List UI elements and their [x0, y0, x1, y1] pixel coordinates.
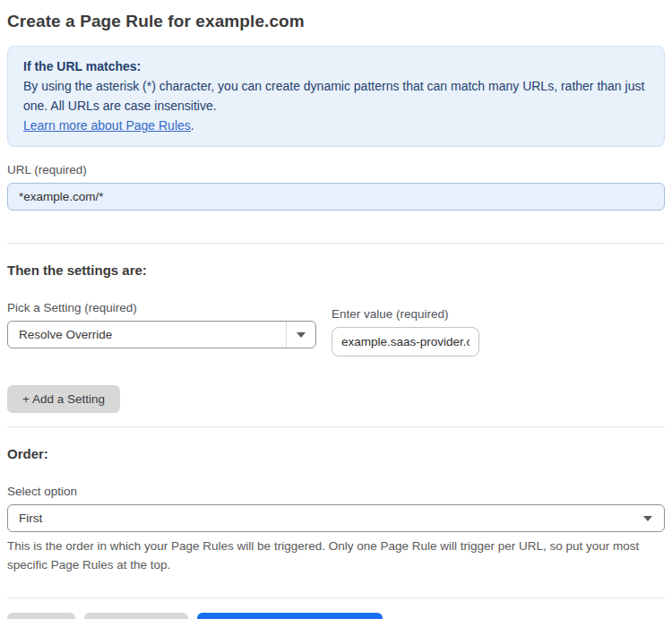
setting-picker-arrow-section[interactable]	[286, 322, 315, 348]
add-setting-button[interactable]: + Add a Setting	[7, 385, 120, 413]
divider	[7, 426, 665, 427]
setting-value-column: Enter value (required)	[332, 307, 479, 357]
chevron-down-icon	[643, 516, 652, 521]
learn-more-link[interactable]: Learn more about Page Rules	[23, 118, 191, 133]
chevron-down-icon	[297, 332, 306, 338]
link-suffix: .	[191, 118, 194, 133]
setting-value-label: Enter value (required)	[332, 307, 479, 321]
divider	[7, 598, 665, 598]
url-field-label: URL (required)	[7, 163, 665, 176]
setting-picker-select[interactable]: Resolve Override	[7, 321, 316, 348]
page-title: Create a Page Rule for example.com	[7, 12, 665, 31]
info-box-body-text: By using the asterisk (*) character, you…	[23, 79, 644, 113]
divider	[7, 243, 665, 244]
order-select-arrow-wrap	[643, 516, 664, 521]
footer-buttons: Cancel Save as Draft Save and Deploy Pag…	[7, 613, 665, 619]
info-box-body: By using the asterisk (*) character, you…	[23, 76, 649, 135]
url-match-info-box: If the URL matches: By using the asteris…	[7, 46, 665, 147]
save-as-draft-button[interactable]: Save as Draft	[84, 613, 188, 619]
url-input[interactable]	[7, 183, 665, 211]
setting-picker-value: Resolve Override	[8, 328, 286, 341]
setting-picker-column: Pick a Setting (required) Resolve Overri…	[7, 301, 316, 348]
setting-value-input[interactable]	[332, 327, 479, 357]
order-section-heading: Order:	[7, 446, 665, 461]
order-select-label: Select option	[7, 485, 665, 498]
info-box-heading: If the URL matches:	[23, 56, 649, 76]
save-and-deploy-button[interactable]: Save and Deploy Page Rule	[197, 613, 383, 619]
settings-section-heading: Then the settings are:	[7, 262, 665, 278]
order-help-text: This is the order in which your Page Rul…	[7, 537, 652, 574]
cancel-button[interactable]: Cancel	[7, 613, 75, 619]
order-select[interactable]: First	[7, 504, 665, 532]
order-select-value: First	[8, 512, 643, 525]
settings-row: Pick a Setting (required) Resolve Overri…	[7, 301, 665, 357]
setting-picker-label: Pick a Setting (required)	[7, 301, 316, 314]
page-rule-form: Create a Page Rule for example.com If th…	[0, 0, 672, 619]
